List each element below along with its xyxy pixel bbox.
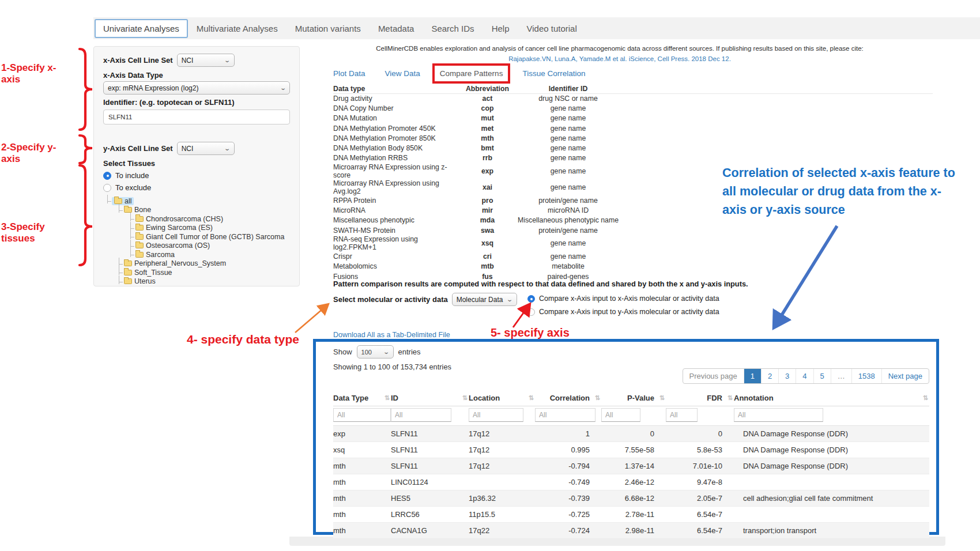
datatype-identifier: gene name bbox=[512, 251, 624, 261]
show-entries-value: 100 bbox=[361, 349, 372, 356]
previous-page-button[interactable]: Previous page bbox=[683, 369, 744, 383]
folder-icon bbox=[114, 198, 122, 204]
page-button-4[interactable]: 4 bbox=[796, 369, 813, 383]
x-axis-cell-line-set-select[interactable]: NCI ⌄ bbox=[177, 54, 235, 67]
sort-icon[interactable]: ⇅ bbox=[659, 394, 664, 402]
nav-tab-help[interactable]: Help bbox=[483, 19, 518, 38]
filter-input-data-type[interactable] bbox=[333, 408, 391, 422]
tree-node-giant-cell-tumor-of-bone-gctb-sarcoma[interactable]: Giant Cell Tumor of Bone (GCTB) Sarcoma bbox=[103, 232, 290, 241]
results-cell: LRRC56 bbox=[391, 507, 469, 523]
results-col-header-fdr[interactable]: FDR⇅ bbox=[666, 391, 734, 406]
results-col-header-annotation[interactable]: Annotation⇅ bbox=[734, 391, 929, 406]
tree-node-chondrosarcoma-chs-[interactable]: Chondrosarcoma (CHS) bbox=[103, 214, 290, 224]
tree-node-all[interactable]: all bbox=[103, 197, 290, 206]
subtab-compare-patterns[interactable]: Compare Patterns bbox=[440, 69, 503, 78]
results-col-header-data-type[interactable]: Data Type⇅ bbox=[333, 391, 391, 406]
results-col-header-p-value[interactable]: P-Value⇅ bbox=[601, 391, 666, 406]
sort-icon[interactable]: ⇅ bbox=[595, 394, 600, 402]
nav-tab-search-ids[interactable]: Search IDs bbox=[423, 19, 483, 38]
results-cell: 0 bbox=[601, 426, 666, 442]
tree-node-soft-tissue[interactable]: Soft_Tissue bbox=[103, 268, 290, 277]
results-cell: transport;ion transport bbox=[734, 523, 929, 539]
tissue-option-to-include[interactable]: To include bbox=[103, 171, 290, 180]
filter-input-location[interactable] bbox=[469, 408, 523, 422]
filter-input-correlation[interactable] bbox=[535, 408, 595, 422]
results-cell: -0.749 bbox=[535, 474, 601, 490]
datatype-abbreviation: cri bbox=[463, 251, 512, 261]
results-cell: mth bbox=[333, 507, 391, 523]
results-col-header-location[interactable]: Location⇅ bbox=[469, 391, 535, 406]
radio-label: To include bbox=[115, 171, 149, 180]
results-cell: DNA Damage Response (DDR) bbox=[734, 442, 929, 458]
results-cell: mth bbox=[333, 458, 391, 474]
subtab-view-data[interactable]: View Data bbox=[385, 69, 420, 78]
subtab-plot-data[interactable]: Plot Data bbox=[333, 69, 365, 78]
annotation-step4: 4- specify data type bbox=[187, 333, 299, 346]
datatype-row: Microarray RNA Expression using Avg.log2… bbox=[333, 179, 624, 195]
tree-node-label-wrap: Chondrosarcoma (CHS) bbox=[135, 215, 223, 223]
datatype-abbreviation: bmt bbox=[463, 143, 512, 153]
y-axis-cell-line-set-select[interactable]: NCI ⌄ bbox=[177, 142, 235, 155]
nav-tab-multivariate-analyses[interactable]: Multivariate Analyses bbox=[188, 19, 287, 38]
nav-tab-metadata[interactable]: Metadata bbox=[370, 19, 423, 38]
x-axis-data-type-label: x-Axis Data Type bbox=[103, 71, 290, 80]
datatype-reference-table: Data type Abbreviation Identifier ID Dru… bbox=[333, 84, 624, 281]
radio-label: Compare x-Axis input to y-Axis molecular… bbox=[539, 308, 719, 316]
datatype-identifier: gene name bbox=[512, 123, 624, 133]
tree-node-sarcoma[interactable]: Sarcoma bbox=[103, 250, 290, 259]
next-page-button[interactable]: Next page bbox=[882, 369, 929, 383]
tree-node-peripheral-nervous-system[interactable]: Peripheral_Nervous_System bbox=[103, 259, 290, 269]
tree-node-bone[interactable]: Bone bbox=[103, 206, 290, 215]
annotation-step1: 1-Specify x-axis bbox=[1, 62, 75, 85]
page-button-2[interactable]: 2 bbox=[762, 369, 779, 383]
filter-input-annotation[interactable] bbox=[734, 408, 823, 422]
filter-input-p-value[interactable] bbox=[601, 408, 640, 422]
filter-input-id[interactable] bbox=[391, 408, 451, 422]
page-button-1[interactable]: 1 bbox=[744, 369, 762, 383]
tissue-option-to-exclude[interactable]: To exclude bbox=[103, 183, 290, 192]
page-button-3[interactable]: 3 bbox=[779, 369, 796, 383]
datatype-name: DNA Methylation Promoter 450K bbox=[333, 123, 463, 133]
citation-link[interactable]: Rajapakse.VN, Luna.A, Yamade.M et al. iS… bbox=[323, 55, 917, 62]
download-all-link[interactable]: Download All as a Tab-Delimited File bbox=[333, 331, 450, 339]
identifier-input[interactable] bbox=[103, 110, 290, 124]
tree-node-uterus[interactable]: Uterus bbox=[103, 277, 290, 286]
results-row: mthSLFN1117q12-0.7941.37e-147.01e-10DNA … bbox=[333, 458, 929, 474]
nav-tab-univariate-analyses[interactable]: Univariate Analyses bbox=[95, 19, 188, 38]
results-cell: 2.78e-11 bbox=[601, 507, 666, 523]
nav-tab-mutation-variants[interactable]: Mutation variants bbox=[287, 19, 370, 38]
nav-tab-video-tutorial[interactable]: Video tutorial bbox=[518, 19, 585, 38]
axis-option-x[interactable]: Compare x-Axis input to x-Axis molecular… bbox=[527, 295, 719, 303]
showing-entries-text: Showing 1 to 100 of 153,734 entries bbox=[333, 363, 451, 371]
sort-icon[interactable]: ⇅ bbox=[923, 394, 928, 402]
sort-icon[interactable]: ⇅ bbox=[728, 394, 732, 402]
tree-node-ewing-sarcoma-es-[interactable]: Ewing Sarcoma (ES) bbox=[103, 224, 290, 233]
datatype-identifier: gene name bbox=[512, 179, 624, 195]
subtab-tissue-correlation[interactable]: Tissue Correlation bbox=[522, 69, 585, 78]
show-entries-select[interactable]: 100 ⌄ bbox=[357, 345, 394, 358]
axis-option-y[interactable]: Compare x-Axis input to y-Axis molecular… bbox=[527, 308, 719, 316]
tree-node-osteosarcoma-os-[interactable]: Osteosarcoma (OS) bbox=[103, 241, 290, 251]
tree-connector bbox=[127, 224, 135, 232]
results-cell: mth bbox=[333, 474, 391, 490]
folder-icon bbox=[124, 207, 132, 213]
results-col-header-id[interactable]: ID⇅ bbox=[391, 391, 469, 406]
x-axis-data-type-select[interactable]: exp: mRNA Expression (log2) ⌄ bbox=[103, 81, 290, 95]
sort-icon[interactable]: ⇅ bbox=[385, 394, 389, 402]
molecular-data-select[interactable]: Molecular Data ⌄ bbox=[452, 293, 517, 306]
results-cell: xsq bbox=[333, 442, 391, 458]
datatype-abbreviation: exp bbox=[463, 163, 512, 179]
results-col-header-correlation[interactable]: Correlation⇅ bbox=[535, 391, 601, 406]
sort-icon[interactable]: ⇅ bbox=[529, 394, 533, 402]
sort-icon[interactable]: ⇅ bbox=[462, 394, 467, 402]
results-cell: exp bbox=[333, 426, 391, 442]
results-filter-row bbox=[333, 406, 929, 426]
datatype-identifier: drug NSC or name bbox=[512, 93, 624, 103]
results-cell: LINC01124 bbox=[391, 474, 469, 490]
results-cell: DNA Damage Response (DDR) bbox=[734, 458, 929, 474]
abbreviation-col-header: Abbreviation bbox=[463, 84, 512, 93]
page-button-1538[interactable]: 1538 bbox=[852, 369, 882, 383]
folder-icon bbox=[124, 278, 132, 284]
page-button-5[interactable]: 5 bbox=[814, 369, 831, 383]
filter-input-fdr[interactable] bbox=[666, 408, 698, 422]
